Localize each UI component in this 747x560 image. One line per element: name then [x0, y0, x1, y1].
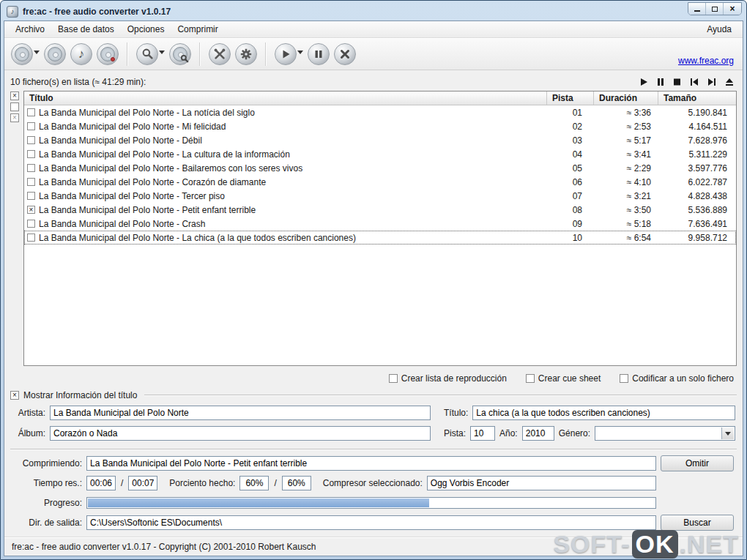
artist-field[interactable] [50, 406, 431, 420]
encode-options-row: Crear lista de reproducción Crear cue sh… [10, 370, 737, 387]
stop-encoding-button[interactable] [333, 42, 357, 66]
row-checkbox[interactable]: × [27, 206, 35, 214]
menu-base-de-datos[interactable]: Base de datos [51, 22, 121, 37]
dropdown-button[interactable] [721, 428, 734, 439]
row-checkbox[interactable] [27, 136, 35, 144]
percent-total-field[interactable] [282, 476, 311, 490]
tag-info-group-label: Mostrar Información del título [23, 390, 137, 400]
menu-opciones[interactable]: Opciones [121, 22, 171, 37]
next-button[interactable] [707, 78, 716, 86]
pause-button[interactable] [657, 78, 664, 86]
menu-comprimir[interactable]: Comprimir [171, 22, 224, 37]
toolbox-button[interactable] [208, 42, 231, 66]
maximize-button[interactable] [706, 3, 724, 15]
table-row[interactable]: × La Banda Municipal del Polo Norte - Pe… [24, 203, 736, 217]
column-header-titulo[interactable]: Título [24, 92, 547, 105]
status-bar-text: fre:ac - free audio converter v1.0.17 - … [12, 542, 316, 552]
pause-circle-icon [308, 43, 330, 65]
single-file-checkbox[interactable]: Codificar a un solo fichero [620, 373, 734, 384]
settings-button[interactable] [234, 42, 258, 66]
cd-info-button[interactable] [96, 42, 119, 66]
create-playlist-checkbox[interactable]: Crear lista de reproducción [389, 373, 507, 384]
column-header-pista[interactable]: Pista [547, 92, 594, 105]
start-encoding-button[interactable] [274, 42, 304, 66]
row-title: La Banda Municipal del Polo Norte - Mi f… [39, 122, 547, 132]
transport-controls [640, 78, 737, 86]
genre-label: Género: [559, 428, 590, 438]
table-row[interactable]: La Banda Municipal del Polo Norte - Cora… [24, 175, 736, 189]
row-checkbox[interactable] [27, 150, 35, 158]
toolbar: ♪ [4, 38, 743, 70]
joblist-table: Título Pista Duración Tamaño La Banda Mu… [23, 91, 737, 366]
table-row[interactable]: La Banda Municipal del Polo Norte - La n… [24, 105, 736, 119]
row-size: 4.164.511 [658, 122, 736, 132]
menu-ayuda[interactable]: Ayuda [700, 22, 738, 37]
table-row[interactable]: La Banda Municipal del Polo Norte - Débi… [24, 133, 736, 147]
track-field[interactable] [470, 426, 495, 441]
previous-button[interactable] [690, 78, 699, 86]
skip-button[interactable]: Omitir [661, 455, 734, 471]
row-duration: ≈ 2:53 [594, 122, 658, 132]
select-none-checkbox[interactable] [10, 102, 19, 111]
freac-website-link[interactable]: www.freac.org [678, 56, 734, 66]
eject-button[interactable] [725, 78, 734, 86]
work-area: 10 fichero(s) en lista (≈ 41:29 min): × … [4, 70, 743, 537]
stop-button[interactable] [673, 78, 681, 86]
column-header-tamano[interactable]: Tamaño [658, 92, 736, 105]
encoding-current-field[interactable] [86, 456, 656, 471]
output-dir-row: Dir. de salida: Buscar [10, 512, 737, 532]
dropdown-arrow-icon [297, 51, 303, 57]
cddb-cd-query-button[interactable] [168, 42, 192, 66]
column-header-duracion[interactable]: Duración [594, 92, 658, 105]
freac-window: ♪ fre:ac - free audio converter v1.0.17 … [0, 0, 747, 560]
table-row[interactable]: La Banda Municipal del Polo Norte - Cras… [24, 217, 736, 231]
table-row[interactable]: La Banda Municipal del Polo Norte - Bail… [24, 161, 736, 175]
row-checkbox[interactable] [27, 220, 35, 228]
watermark-part3: .NET [680, 530, 739, 559]
close-button[interactable]: × [724, 3, 741, 15]
row-checkbox[interactable] [27, 122, 35, 130]
cd-icon [44, 43, 66, 65]
row-title: La Banda Municipal del Polo Norte - Cras… [39, 219, 547, 229]
rip-cd-button[interactable] [43, 42, 67, 66]
time-track-field[interactable] [86, 476, 116, 490]
title-bar[interactable]: ♪ fre:ac - free audio converter v1.0.17 … [1, 1, 746, 20]
pause-encoding-button[interactable] [307, 42, 330, 66]
table-row[interactable]: La Banda Municipal del Polo Norte - Terc… [24, 189, 736, 203]
table-row[interactable]: La Banda Municipal del Polo Norte - La c… [24, 147, 736, 161]
menu-archivo[interactable]: Archivo [9, 22, 51, 37]
time-remaining-label: Tiempo res.: [12, 478, 82, 488]
row-checkbox[interactable] [27, 234, 35, 242]
encoder-field[interactable] [427, 476, 656, 490]
select-all-checkbox[interactable]: × [10, 92, 19, 100]
row-checkbox[interactable] [27, 192, 35, 200]
table-row[interactable]: La Banda Municipal del Polo Norte - Mi f… [24, 119, 736, 133]
row-checkbox[interactable] [27, 178, 35, 186]
dropdown-arrow-icon [159, 51, 165, 57]
percent-track-field[interactable] [239, 476, 269, 490]
table-row[interactable]: La Banda Municipal del Polo Norte - La c… [24, 231, 736, 244]
row-track: 02 [547, 122, 594, 132]
album-field[interactable] [50, 426, 431, 441]
toggle-selection-checkbox[interactable]: × [10, 113, 19, 122]
genre-dropdown[interactable] [595, 426, 735, 441]
create-cue-sheet-checkbox[interactable]: Crear cue sheet [526, 373, 601, 384]
toolbar-separator [265, 42, 267, 66]
cddb-query-button[interactable] [135, 42, 166, 66]
year-field[interactable] [522, 426, 554, 441]
browse-button[interactable]: Buscar [661, 515, 734, 531]
add-cd-contents-button[interactable] [10, 42, 40, 66]
play-button[interactable] [640, 78, 648, 86]
minimize-button[interactable] [688, 3, 706, 15]
row-duration: ≈ 4:10 [594, 177, 658, 187]
time-total-field[interactable] [128, 476, 157, 490]
title-field[interactable] [472, 406, 735, 420]
show-tag-info-checkbox[interactable]: × [10, 391, 19, 400]
row-checkbox[interactable] [27, 108, 35, 116]
checkbox-icon [620, 374, 628, 383]
row-checkbox[interactable] [27, 164, 35, 172]
add-files-button[interactable]: ♪ [70, 42, 93, 66]
row-size: 5.311.229 [658, 149, 736, 160]
row-track: 07 [547, 191, 594, 201]
output-dir-field[interactable] [86, 515, 656, 530]
